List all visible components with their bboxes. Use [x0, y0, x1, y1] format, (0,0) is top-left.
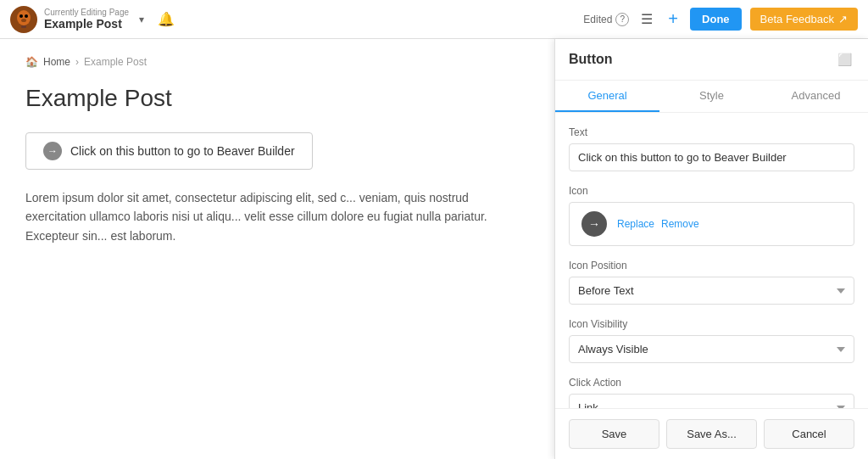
top-bar-title-wrap: Currently Editing Page Example Post	[44, 8, 129, 31]
top-bar-right: Edited ? ☰ + Done Beta Feedback ↗	[583, 6, 858, 32]
notification-button[interactable]: 🔔	[154, 8, 178, 31]
add-button[interactable]: +	[665, 6, 682, 32]
icon-field: → Replace Remove	[569, 202, 854, 246]
panel-body: Text Icon → Replace Remove Icon Position	[555, 113, 868, 408]
breadcrumb-separator: ›	[75, 56, 79, 68]
top-bar: Currently Editing Page Example Post ▾ 🔔 …	[0, 0, 868, 39]
beta-feedback-button[interactable]: Beta Feedback ↗	[750, 8, 858, 31]
save-button[interactable]: Save	[569, 419, 659, 449]
svg-point-1	[17, 10, 31, 25]
tab-style[interactable]: Style	[659, 81, 764, 112]
save-as-button[interactable]: Save As...	[666, 419, 757, 449]
icon-remove-button[interactable]: Remove	[661, 218, 699, 230]
bb-button-label: Click on this button to go to Beaver Bui…	[70, 144, 295, 158]
beaver-logo	[10, 6, 37, 33]
lorem-text: Lorem ipsum dolor sit amet, consectetur …	[25, 188, 529, 245]
icon-position-group: Icon Position Before Text After Text	[569, 260, 854, 305]
cancel-button[interactable]: Cancel	[764, 419, 854, 449]
panel-collapse-button[interactable]: ⬜	[834, 49, 854, 70]
editing-label: Currently Editing Page	[44, 8, 129, 17]
svg-point-2	[19, 14, 23, 18]
breadcrumb: 🏠 Home › Example Post	[25, 56, 529, 68]
breadcrumb-home[interactable]: Home	[43, 56, 70, 68]
post-title: Example Post	[25, 85, 529, 112]
menu-button[interactable]: ☰	[637, 8, 656, 31]
icon-visibility-group: Icon Visibility Always Visible Hidden on…	[569, 318, 854, 363]
page-content: 🏠 Home › Example Post Example Post → Cli…	[0, 39, 554, 459]
breadcrumb-current: Example Post	[84, 56, 147, 68]
edited-status: Edited ?	[583, 13, 629, 26]
help-icon[interactable]: ?	[615, 13, 629, 26]
panel-title: Button	[569, 52, 613, 67]
icon-visibility-label: Icon Visibility	[569, 318, 854, 330]
main-area: 🏠 Home › Example Post Example Post → Cli…	[0, 39, 868, 459]
svg-point-4	[21, 19, 26, 22]
done-button[interactable]: Done	[690, 8, 742, 31]
page-title-topbar: Example Post	[44, 17, 129, 31]
icon-field-label: Icon	[569, 185, 854, 197]
icon-position-label: Icon Position	[569, 260, 854, 271]
icon-visibility-select[interactable]: Always Visible Hidden on Mobile	[569, 335, 854, 363]
top-bar-left: Currently Editing Page Example Post ▾ 🔔	[10, 6, 178, 33]
panel-tabs: General Style Advanced	[555, 81, 868, 113]
click-action-group: Click Action Link Lightbox Scroll	[569, 377, 854, 408]
bb-button-icon: →	[43, 142, 62, 160]
home-icon: 🏠	[25, 56, 38, 68]
icon-field-group: Icon → Replace Remove	[569, 185, 854, 246]
tab-general[interactable]: General	[555, 81, 659, 112]
click-action-label: Click Action	[569, 377, 854, 389]
text-input[interactable]	[569, 143, 854, 171]
text-field-label: Text	[569, 126, 854, 138]
panel-header: Button ⬜	[555, 39, 868, 81]
settings-panel: Button ⬜ General Style Advanced Text	[554, 39, 868, 459]
icon-replace-button[interactable]: Replace	[617, 218, 654, 230]
tab-advanced[interactable]: Advanced	[764, 81, 868, 112]
click-action-select[interactable]: Link Lightbox Scroll	[569, 394, 854, 408]
icon-preview: →	[581, 211, 607, 237]
external-link-icon: ↗	[838, 13, 848, 25]
icon-actions: Replace Remove	[617, 218, 699, 230]
svg-point-3	[25, 14, 28, 18]
svg-rect-5	[21, 25, 26, 28]
panel-footer: Save Save As... Cancel	[555, 408, 868, 459]
chevron-down-button[interactable]: ▾	[136, 10, 147, 29]
bb-button[interactable]: → Click on this button to go to Beaver B…	[25, 132, 313, 170]
text-field-group: Text	[569, 126, 854, 171]
icon-position-select[interactable]: Before Text After Text	[569, 277, 854, 305]
